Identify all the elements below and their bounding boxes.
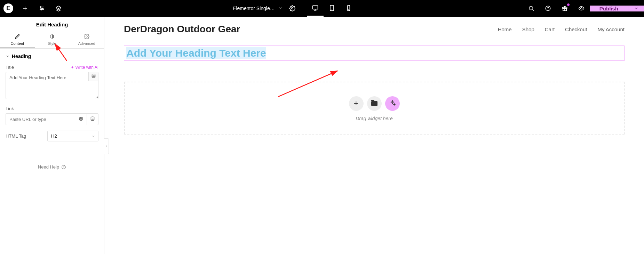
dynamic-tags-button[interactable] [88, 72, 98, 81]
chevron-down-icon[interactable] [278, 6, 283, 11]
svg-point-13 [86, 36, 87, 37]
main-area: Edit Heading Content Style Advanced [0, 17, 644, 254]
template-library-button[interactable] [367, 96, 382, 111]
tab-style[interactable]: Style [35, 31, 70, 48]
site-nav: Home Shop Cart Checkout My Account [498, 26, 625, 32]
svg-point-15 [80, 118, 82, 120]
ai-button[interactable] [385, 96, 400, 111]
panel-title: Edit Heading [0, 17, 104, 31]
svg-point-14 [92, 74, 95, 75]
heading-widget[interactable]: Add Your Heading Text Here [124, 46, 625, 61]
nav-link[interactable]: Checkout [565, 26, 587, 32]
database-icon [90, 116, 95, 122]
document-settings-button[interactable] [286, 0, 299, 17]
document-name[interactable]: Elementor Single… [233, 6, 275, 11]
title-control: Title Write with AI [0, 63, 104, 104]
gear-icon [79, 116, 84, 122]
need-help-link[interactable]: Need Help [0, 164, 104, 170]
add-element-button[interactable] [17, 0, 33, 17]
tab-advanced[interactable]: Advanced [69, 31, 104, 48]
publish-options-button[interactable] [628, 6, 644, 11]
tab-content[interactable]: Content [0, 31, 35, 48]
finder-search-button[interactable] [523, 0, 540, 17]
svg-point-3 [291, 8, 293, 9]
help-button[interactable] [540, 0, 556, 17]
panel-tabs: Content Style Advanced [0, 31, 104, 49]
notification-dot [567, 3, 570, 6]
tab-label: Content [11, 41, 24, 46]
drop-hint: Drag widget here [356, 116, 393, 121]
svg-point-7 [529, 6, 533, 10]
whats-new-button[interactable] [556, 0, 573, 17]
need-help-label: Need Help [38, 164, 59, 170]
html-tag-label: HTML Tag [6, 133, 44, 139]
folder-icon [371, 101, 377, 106]
chevron-down-icon [6, 54, 10, 58]
preview-button[interactable] [573, 0, 590, 17]
page-settings-button[interactable] [33, 0, 50, 17]
sparkle-icon [389, 100, 396, 107]
svg-point-11 [581, 8, 582, 9]
site-title: DerDragon Outdoor Gear [124, 24, 240, 35]
plus-icon: + [354, 99, 358, 108]
site-header: DerDragon Outdoor Gear Home Shop Cart Ch… [104, 17, 644, 42]
sidebar-panel: Edit Heading Content Style Advanced [0, 17, 104, 254]
publish-button[interactable]: Publish [590, 6, 628, 11]
write-with-ai-button[interactable]: Write with AI [71, 65, 98, 70]
navigator-button[interactable] [50, 0, 67, 17]
section-label: Heading [12, 54, 31, 59]
editor-canvas: DerDragon Outdoor Gear Home Shop Cart Ch… [104, 17, 644, 254]
heading-text[interactable]: Add Your Heading Text Here [126, 47, 266, 59]
svg-point-16 [91, 117, 94, 118]
device-mobile-tab[interactable] [340, 0, 357, 17]
topbar: E Elementor Single… [0, 0, 644, 17]
gear-icon [69, 34, 104, 40]
drop-zone[interactable]: + Drag widget here [124, 82, 625, 134]
link-options-button[interactable] [75, 113, 87, 125]
device-tablet-tab[interactable] [324, 0, 340, 17]
svg-rect-4 [312, 6, 318, 9]
title-label: Title [6, 65, 14, 70]
section-heading[interactable]: Heading [0, 49, 104, 63]
nav-link[interactable]: Home [498, 26, 512, 32]
tab-label: Advanced [78, 41, 95, 46]
link-input[interactable] [6, 113, 75, 125]
help-icon [61, 165, 66, 170]
pencil-icon [0, 34, 35, 40]
link-label: Link [6, 106, 14, 111]
contrast-icon [35, 34, 70, 40]
device-desktop-tab[interactable] [307, 0, 324, 17]
html-tag-select[interactable]: H2 [47, 131, 98, 141]
database-icon [91, 74, 96, 80]
elementor-logo[interactable]: E [0, 0, 17, 17]
nav-link[interactable]: Cart [545, 26, 555, 32]
nav-link[interactable]: Shop [522, 26, 534, 32]
html-tag-control: HTML Tag H2 [0, 129, 104, 144]
link-control: Link [0, 104, 104, 129]
nav-link[interactable]: My Account [597, 26, 625, 32]
tab-label: Style [48, 41, 56, 46]
add-widget-button[interactable]: + [349, 96, 364, 111]
title-textarea[interactable] [6, 72, 98, 99]
link-dynamic-button[interactable] [87, 113, 98, 125]
